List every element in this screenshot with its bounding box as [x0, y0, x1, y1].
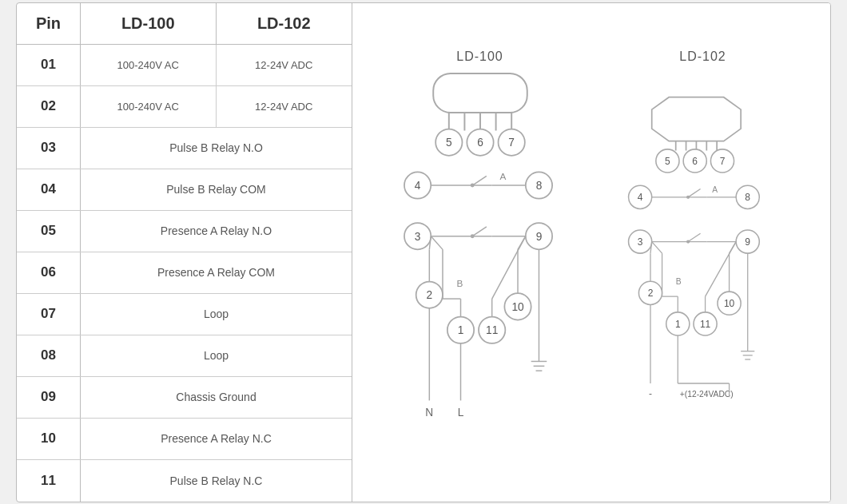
table-header: Pin LD-100 LD-102	[17, 3, 352, 45]
pin-cell: 03	[17, 128, 81, 169]
svg-text:5: 5	[665, 155, 670, 166]
ld100-cell: 100-240V AC	[81, 86, 217, 127]
desc-cell: Pulse B Relay COM	[81, 169, 352, 210]
table-row: 10Presence A Relay N.C	[17, 419, 352, 460]
svg-line-103	[729, 241, 736, 253]
pin-cell: 04	[17, 169, 81, 210]
pin-cell: 06	[17, 252, 81, 293]
pin-cell: 11	[17, 460, 81, 502]
table-row: 08Loop	[17, 335, 352, 377]
table-row: 05Presence A Relay N.O	[17, 211, 352, 252]
svg-text:+(12-24VADC): +(12-24VADC)	[679, 390, 733, 399]
svg-text:6: 6	[477, 137, 483, 149]
pin-cell: 08	[17, 335, 81, 376]
svg-line-18	[472, 176, 487, 185]
ld102-cell: 12-24V ADC	[217, 86, 352, 127]
table-row: 03Pulse B Relay N.O	[17, 128, 352, 169]
desc-cell: Chassis Ground	[81, 377, 352, 418]
ld100-cell: 100-240V AC	[81, 45, 217, 85]
table-row: 11Pulse B Relay N.C	[17, 460, 352, 502]
pin-cell: 10	[17, 419, 81, 459]
svg-text:A: A	[712, 185, 718, 193]
svg-text:2: 2	[647, 288, 653, 299]
svg-text:2: 2	[426, 289, 432, 301]
svg-line-27	[472, 226, 487, 236]
pin-cell: 01	[17, 45, 81, 85]
svg-line-83	[688, 233, 700, 241]
svg-text:9: 9	[745, 236, 750, 247]
table-row: 02100-240V AC12-24V ADC	[17, 86, 352, 128]
desc-cell: Loop	[81, 335, 352, 376]
desc-cell: Presence A Relay N.C	[81, 419, 352, 459]
svg-text:11: 11	[486, 324, 498, 336]
table-row: 06Presence A Relay COM	[17, 252, 352, 294]
table-row: 07Loop	[17, 294, 352, 335]
table-row: 09Chassis Ground	[17, 377, 352, 419]
svg-line-99	[651, 241, 662, 253]
ld100-diagram: 5 6 7 4 8	[384, 72, 576, 455]
svg-text:10: 10	[511, 300, 524, 312]
svg-text:10: 10	[723, 298, 734, 309]
table-row: 04Pulse B Relay COM	[17, 169, 352, 211]
desc-cell: Loop	[81, 294, 352, 335]
pin-cell: 05	[17, 211, 81, 252]
pin-table: Pin LD-100 LD-102 01100-240V AC12-24V AD…	[17, 3, 352, 502]
ld102-cell: 12-24V ADC	[217, 45, 352, 85]
svg-line-74	[688, 189, 700, 196]
svg-text:B: B	[675, 276, 681, 285]
svg-text:-: -	[649, 388, 652, 399]
svg-line-43	[431, 236, 443, 249]
svg-marker-56	[651, 97, 740, 141]
svg-text:6: 6	[692, 155, 698, 166]
svg-text:7: 7	[719, 155, 725, 166]
svg-text:4: 4	[637, 192, 642, 203]
table-body: 01100-240V AC12-24V ADC02100-240V AC12-2…	[17, 45, 352, 502]
ld100-label: LD-100	[456, 50, 503, 64]
pin-cell: 07	[17, 294, 81, 335]
header-ld102: LD-102	[217, 3, 352, 44]
diagram-area: LD-100 5 6 7	[352, 3, 830, 502]
svg-line-47	[518, 236, 526, 249]
svg-text:L: L	[457, 407, 463, 419]
svg-text:A: A	[499, 171, 506, 181]
svg-text:1: 1	[674, 318, 680, 329]
svg-text:5: 5	[446, 137, 452, 149]
svg-text:1: 1	[457, 324, 463, 336]
svg-text:4: 4	[414, 179, 420, 191]
svg-text:B: B	[456, 278, 463, 288]
svg-text:3: 3	[637, 236, 642, 247]
svg-text:8: 8	[745, 192, 750, 203]
table-row: 01100-240V AC12-24V ADC	[17, 45, 352, 86]
ld102-label: LD-102	[679, 50, 726, 64]
header-ld100: LD-100	[81, 3, 217, 44]
svg-text:7: 7	[508, 137, 515, 149]
desc-cell: Pulse B Relay N.C	[81, 460, 352, 502]
desc-cell: Presence A Relay N.O	[81, 211, 352, 252]
ld102-panel: LD-102 5 6 7 4	[607, 50, 799, 455]
pin-cell: 09	[17, 377, 81, 418]
desc-cell: Pulse B Relay N.O	[81, 128, 352, 169]
svg-text:8: 8	[535, 179, 542, 191]
svg-rect-0	[433, 73, 527, 112]
svg-text:9: 9	[535, 230, 542, 242]
svg-text:3: 3	[414, 230, 420, 242]
pin-cell: 02	[17, 86, 81, 127]
header-pin: Pin	[17, 3, 81, 44]
svg-text:11: 11	[699, 318, 710, 329]
svg-text:N: N	[425, 407, 433, 419]
desc-cell: Presence A Relay COM	[81, 252, 352, 293]
ld100-panel: LD-100 5 6 7	[384, 50, 576, 455]
main-container: Pin LD-100 LD-102 01100-240V AC12-24V AD…	[16, 2, 831, 502]
ld102-diagram: 5 6 7 4 8 A 3	[607, 72, 799, 455]
